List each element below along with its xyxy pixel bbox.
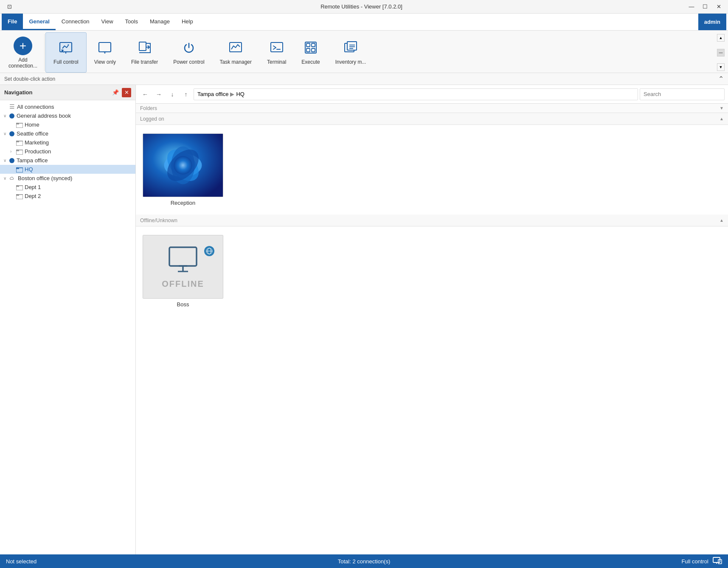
status-icon (713, 556, 722, 567)
full-control-button[interactable]: Full control (45, 32, 87, 73)
status-center: Total: 2 connection(s) (245, 558, 483, 565)
tree-item-home[interactable]: Home (0, 120, 135, 129)
restore-btn[interactable]: ⊡ (3, 2, 15, 12)
list-item[interactable]: Reception (143, 132, 223, 208)
nav-pin-button[interactable]: 📌 (111, 88, 120, 97)
menu-general[interactable]: General (23, 14, 55, 30)
folder-icon-dept2 (16, 193, 23, 199)
status-left: Not selected (6, 558, 245, 565)
folder-icon-dept1 (16, 184, 23, 190)
toolbar-group: Full control View only (45, 32, 374, 73)
tree-item-production[interactable]: › Production (0, 147, 135, 156)
menu-help[interactable]: Help (176, 14, 199, 30)
close-btn[interactable]: ✕ (713, 2, 725, 12)
navigation-panel: Navigation 📌 ✕ ☰ All connections ∨ Gener… (0, 85, 136, 554)
folders-toggle[interactable]: ▼ (720, 106, 724, 110)
addr-back-button[interactable]: ← (139, 88, 151, 100)
addr-down-button[interactable]: ↓ (166, 88, 178, 100)
offline-toggle[interactable]: ▲ (720, 218, 724, 223)
right-panel: ← → ↓ ↑ Tampa office ▶ HQ Folders ▼ Logg… (136, 85, 728, 554)
svg-rect-18 (312, 48, 315, 52)
cloud-icon-boston (9, 176, 16, 181)
svg-rect-15 (306, 43, 310, 47)
addr-forward-button[interactable]: → (153, 88, 165, 100)
menu-file[interactable]: File (2, 14, 23, 30)
nav-close-button[interactable]: ✕ (122, 88, 131, 97)
terminal-button[interactable]: Terminal (259, 32, 294, 73)
svg-rect-12 (271, 42, 283, 52)
logged-on-items: Reception (136, 125, 728, 215)
file-transfer-icon (137, 40, 152, 57)
status-bar: Not selected Total: 2 connection(s) Full… (0, 554, 728, 568)
toolbar-scroll-down[interactable]: ▼ (717, 63, 725, 71)
inventory-button[interactable]: Inventory m... (328, 32, 374, 73)
menu-bar: File General Connection View Tools Manag… (0, 14, 728, 31)
logged-on-section-header[interactable]: Logged on ▲ (136, 113, 728, 125)
view-only-button[interactable]: View only (87, 32, 124, 73)
add-connection-button[interactable]: + Addconnection... (3, 32, 43, 73)
svg-rect-8 (139, 42, 146, 51)
svg-rect-5 (99, 42, 111, 52)
toolbar-separator (44, 34, 45, 71)
offline-section-header[interactable]: Offline/Unknown ▲ (136, 215, 728, 226)
logged-on-toggle[interactable]: ▲ (720, 116, 724, 121)
address-path[interactable]: Tampa office ▶ HQ (194, 88, 638, 100)
title-bar: ⊡ Remote Utilities - Viewer [7.0.2.0] — … (0, 0, 728, 14)
folder-icon-production (16, 149, 23, 155)
power-control-button[interactable]: Power control (166, 32, 212, 73)
tree-item-dept2[interactable]: Dept 2 (0, 192, 135, 201)
menu-connection[interactable]: Connection (56, 14, 96, 30)
toolbar-scroll-up[interactable]: ▲ (717, 34, 725, 42)
execute-icon (303, 40, 318, 57)
main-content: Navigation 📌 ✕ ☰ All connections ∨ Gener… (0, 85, 728, 554)
svg-point-35 (174, 156, 192, 175)
task-manager-label: Task manager (220, 59, 252, 65)
inventory-label: Inventory m... (335, 59, 366, 65)
tree-item-dept1[interactable]: Dept 1 (0, 183, 135, 192)
list-item[interactable]: OFFLINE Boss (143, 233, 223, 309)
globe-icon (204, 246, 214, 256)
connection-thumb-boss: OFFLINE (143, 235, 223, 299)
double-click-bar: Set double-click action ⌃ (0, 73, 728, 85)
folder-icon-home (16, 122, 23, 128)
offline-items: OFFLINE Boss (136, 226, 728, 316)
add-circle-icon: + (14, 37, 32, 55)
execute-button[interactable]: Execute (294, 32, 327, 73)
view-only-label: View only (94, 59, 116, 65)
svg-rect-43 (713, 557, 720, 562)
status-right: Full control (483, 556, 722, 567)
minimize-btn[interactable]: — (686, 2, 697, 12)
dot-icon-tampa (9, 158, 14, 163)
tree-item-all-connections[interactable]: ☰ All connections (0, 102, 135, 111)
svg-rect-20 (347, 42, 357, 50)
task-manager-icon (228, 40, 243, 57)
content-area: Logged on ▲ (136, 113, 728, 554)
toolbar-scroll-line[interactable]: — (717, 49, 725, 57)
search-input[interactable] (640, 88, 725, 100)
address-bar: ← → ↓ ↑ Tampa office ▶ HQ (136, 85, 728, 104)
tree-item-boston-office[interactable]: ∨ Boston office (synced) (0, 174, 135, 183)
tree-item-marketing[interactable]: Marketing (0, 138, 135, 147)
menu-view[interactable]: View (96, 14, 119, 30)
nav-panel-header: Navigation 📌 ✕ (0, 85, 135, 100)
file-transfer-button[interactable]: File transfer (124, 32, 166, 73)
dot-icon-general (9, 113, 14, 119)
monitor-icon (166, 245, 200, 275)
path-separator: ▶ (230, 91, 234, 97)
svg-rect-36 (169, 247, 197, 266)
terminal-icon (269, 40, 284, 57)
tree-item-general-address-book[interactable]: ∨ General address book (0, 111, 135, 120)
title-bar-title: Remote Utilities - Viewer [7.0.2.0] (37, 3, 686, 10)
addr-up-button[interactable]: ↑ (180, 88, 192, 100)
inventory-icon (343, 40, 358, 57)
menu-tools[interactable]: Tools (119, 14, 144, 30)
tree-item-seattle-office[interactable]: ∨ Seattle office (0, 129, 135, 138)
folders-label: Folders ▼ (136, 104, 728, 113)
task-manager-button[interactable]: Task manager (212, 32, 259, 73)
tree-item-hq[interactable]: HQ (0, 165, 135, 174)
tree-item-tampa-office[interactable]: ∨ Tampa office (0, 156, 135, 165)
menu-manage[interactable]: Manage (144, 14, 176, 30)
dbl-click-expand[interactable]: ⌃ (718, 75, 724, 83)
maximize-btn[interactable]: ☐ (699, 2, 711, 12)
execute-label: Execute (301, 59, 320, 65)
